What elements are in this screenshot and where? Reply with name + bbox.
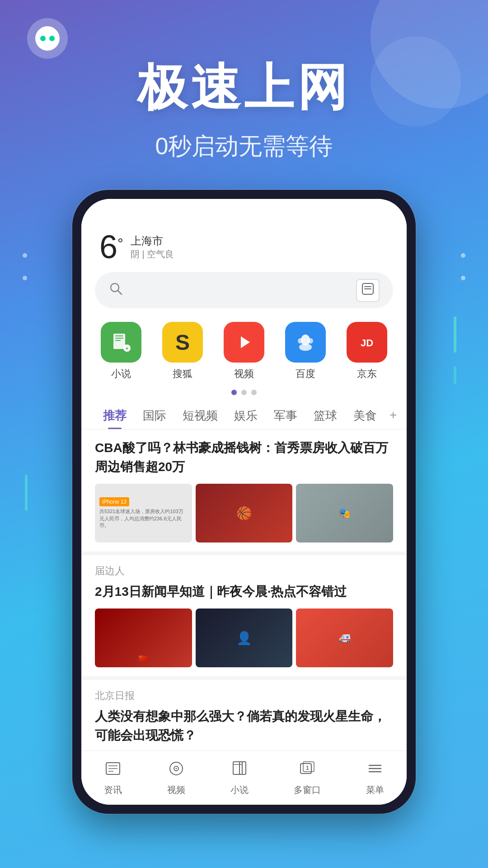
hero-subtitle: 0秒启动无需等待 <box>0 131 488 162</box>
app-label-sohu: 搜狐 <box>173 367 192 381</box>
article-morning-images: 🇨🇳 👤 🚑 <box>95 609 393 667</box>
tab-recommend[interactable]: 推荐 <box>95 402 135 429</box>
bg-bar-right2 <box>454 366 456 384</box>
nav-menu[interactable]: 菜单 <box>366 760 384 796</box>
svg-point-23 <box>176 768 177 769</box>
svg-rect-3 <box>364 286 371 287</box>
app-icon-novel: + <box>101 322 141 363</box>
robot-icon[interactable] <box>27 18 68 59</box>
app-icon-video <box>224 322 264 363</box>
app-novel[interactable]: + 小说 <box>101 322 141 381</box>
robot-eye-left <box>40 36 46 41</box>
svg-point-13 <box>298 338 303 344</box>
app-sohu[interactable]: S 搜狐 <box>162 322 203 381</box>
app-jd[interactable]: JD 京东 <box>347 322 387 381</box>
svg-text:1: 1 <box>306 765 309 771</box>
article-cba-images: iPhone 13 共5321名球迷入场，票房收入约103万元人民币，人均总消费… <box>95 484 393 542</box>
article-cba-img3: 🎭 <box>296 484 393 542</box>
phone-container: 6 ° 上海市 阴 | 空气良 <box>72 190 416 814</box>
hero-section: 极速上网 0秒启动无需等待 <box>0 54 488 162</box>
tabs-icon[interactable] <box>356 279 380 302</box>
bg-dots-right <box>461 253 465 280</box>
article-cba[interactable]: CBA酸了吗？林书豪成摇钱树：首秀票房收入破百万 周边销售超20万 iPhone… <box>81 429 407 555</box>
dots-pagination <box>81 390 407 395</box>
article-source-3: 北京日报 <box>95 689 393 703</box>
tab-add-button[interactable]: + <box>385 402 401 429</box>
city-name: 上海市 <box>131 234 174 248</box>
search-left <box>108 281 123 299</box>
nav-multiwindow-icon: 1 <box>299 760 316 781</box>
nav-news-label: 资讯 <box>104 784 122 796</box>
app-label-novel: 小说 <box>111 367 131 381</box>
article-morning-img1: 🇨🇳 <box>95 609 192 667</box>
nav-novel[interactable]: 小说 <box>230 760 249 796</box>
search-bar[interactable] <box>95 272 393 308</box>
weather-header: 6 ° 上海市 阴 | 空气良 <box>81 226 407 272</box>
robot-face <box>35 26 60 51</box>
weather-condition: 阴 | 空气良 <box>131 248 174 260</box>
svg-point-15 <box>299 344 312 351</box>
app-icon-baidu <box>285 322 326 363</box>
tab-military[interactable]: 军事 <box>266 402 305 429</box>
phone-frame: 6 ° 上海市 阴 | 空气良 <box>72 190 416 814</box>
robot-eye-right <box>49 36 55 41</box>
nav-multiwindow-label: 多窗口 <box>294 784 321 796</box>
svg-rect-8 <box>115 340 121 341</box>
svg-rect-4 <box>364 288 371 289</box>
svg-rect-7 <box>115 338 123 339</box>
nav-news-icon <box>104 760 122 781</box>
tab-food[interactable]: 美食 <box>345 402 385 429</box>
app-icon-jd: JD <box>347 322 387 363</box>
weather-info: 上海市 阴 | 空气良 <box>131 234 174 260</box>
search-icon <box>108 281 123 299</box>
app-icon-sohu: S <box>162 322 203 363</box>
nav-news[interactable]: 资讯 <box>104 760 122 796</box>
bg-bar-right <box>454 316 456 353</box>
svg-text:JD: JD <box>361 337 373 349</box>
svg-point-14 <box>308 338 313 344</box>
degree-symbol: ° <box>117 235 123 252</box>
app-label-video: 视频 <box>234 367 254 381</box>
nav-novel-icon <box>231 760 248 781</box>
app-label-baidu: 百度 <box>296 367 315 381</box>
temperature-value: 6 <box>99 231 117 263</box>
nav-menu-icon <box>366 760 384 781</box>
article-mars[interactable]: 北京日报 人类没有想象中那么强大？倘若真的发现火星生命，可能会出现恐慌？ 🔴 🌑 <box>81 680 407 750</box>
app-video[interactable]: 视频 <box>224 322 264 381</box>
nav-video-icon <box>168 760 185 781</box>
tab-international[interactable]: 国际 <box>135 402 174 429</box>
temperature-display: 6 ° <box>99 231 123 263</box>
bg-bar-left <box>25 475 28 511</box>
tab-entertainment[interactable]: 娱乐 <box>226 402 266 429</box>
svg-rect-6 <box>115 335 123 336</box>
app-grid: + 小说 S 搜狐 <box>81 317 407 390</box>
article-cba-img1: iPhone 13 共5321名球迷入场，票房收入约103万元人民币，人均总消费… <box>95 484 192 542</box>
article-morning-img2: 👤 <box>196 609 293 667</box>
bg-dots-left <box>23 253 27 280</box>
article-cba-title: CBA酸了吗？林书豪成摇钱树：首秀票房收入破百万 周边销售超20万 <box>95 439 393 476</box>
status-bar <box>81 199 407 226</box>
article-morning-title: 2月13日新闻早知道｜昨夜今晨·热点不容错过 <box>95 582 393 601</box>
news-tabs: 推荐 国际 短视频 娱乐 军事 篮球 美食 + <box>81 402 407 429</box>
hero-title: 极速上网 <box>0 54 488 122</box>
dot-3 <box>251 390 257 395</box>
article-cba-img2: 🏀 <box>196 484 293 542</box>
article-mars-title: 人类没有想象中那么强大？倘若真的发现火星生命，可能会出现恐慌？ <box>95 707 393 745</box>
dot-2 <box>241 390 247 395</box>
nav-menu-label: 菜单 <box>366 784 384 796</box>
nav-multiwindow[interactable]: 1 多窗口 <box>294 760 321 796</box>
news-content: CBA酸了吗？林书豪成摇钱树：首秀票房收入破百万 周边销售超20万 iPhone… <box>81 429 407 750</box>
app-baidu[interactable]: 百度 <box>285 322 326 381</box>
svg-text:+: + <box>125 345 128 352</box>
article-morning-news[interactable]: 届边人 2月13日新闻早知道｜昨夜今晨·热点不容错过 🇨🇳 👤 <box>81 555 407 680</box>
nav-novel-label: 小说 <box>230 784 249 796</box>
nav-video[interactable]: 视频 <box>167 760 185 796</box>
article-morning-img3: 🚑 <box>296 609 393 667</box>
dot-1 <box>231 390 237 395</box>
phone-screen: 6 ° 上海市 阴 | 空气良 <box>81 199 407 805</box>
bottom-nav: 资讯 视频 <box>81 750 407 805</box>
svg-line-1 <box>118 291 122 294</box>
tab-basketball[interactable]: 篮球 <box>305 402 345 429</box>
tab-shortvideo[interactable]: 短视频 <box>174 402 226 429</box>
app-label-jd: 京东 <box>357 367 377 381</box>
